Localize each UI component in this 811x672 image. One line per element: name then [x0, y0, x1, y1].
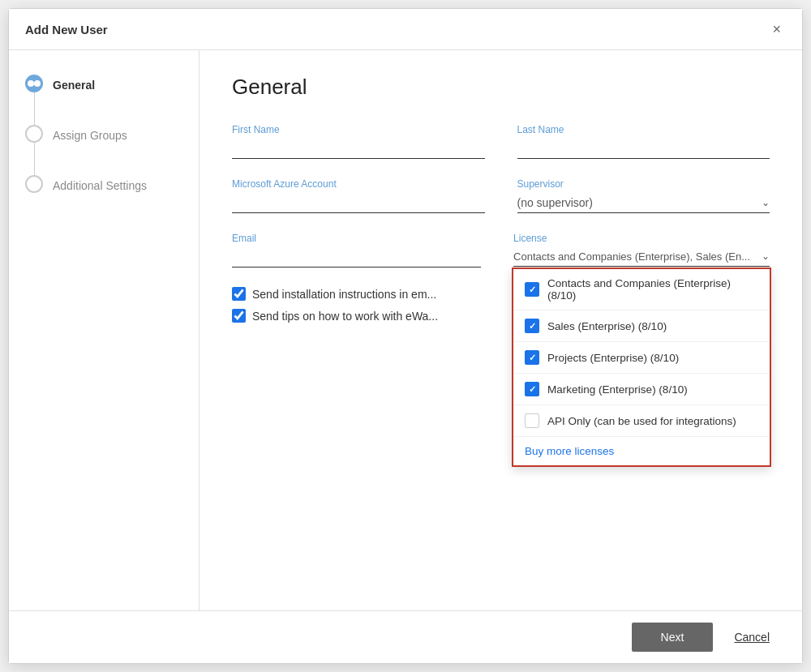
checkbox-tips[interactable] [232, 309, 246, 323]
license-label: License [513, 233, 770, 244]
license-option-2[interactable]: Sales (Enterprise) (8/10) [513, 310, 770, 342]
modal-footer: Next Cancel [9, 610, 802, 663]
license-option-3[interactable]: Projects (Enterprise) (8/10) [513, 342, 770, 374]
email-input[interactable] [232, 247, 481, 268]
steps-container: General Assign Groups Additional Setting… [25, 75, 182, 193]
connector-line-2 [34, 143, 35, 175]
supervisor-select[interactable]: (no supervisor) [517, 193, 770, 213]
license-display[interactable]: Contacts and Companies (Enterprise), Sal… [513, 247, 770, 267]
checkbox-tips-label: Send tips on how to work with eWa... [252, 310, 438, 323]
last-name-label: Last Name [517, 124, 770, 135]
email-label: Email [232, 233, 481, 244]
license-option-1-label: Contacts and Companies (Enterprise) (8/1… [547, 277, 758, 302]
azure-supervisor-row: Microsoft Azure Account Supervisor (no s… [232, 178, 770, 213]
first-name-field: First Name [232, 124, 485, 159]
step-label-general: General [53, 76, 95, 92]
step-connector-additional [25, 175, 43, 193]
last-name-input[interactable] [517, 139, 770, 159]
modal-header: Add New User × [9, 9, 802, 50]
license-option-4[interactable]: Marketing (Enterprise) (8/10) [513, 374, 770, 405]
license-checkbox-5[interactable] [525, 413, 539, 428]
azure-field: Microsoft Azure Account [232, 178, 485, 213]
license-option-2-label: Sales (Enterprise) (8/10) [547, 320, 667, 332]
step-circle-assign [25, 125, 43, 143]
step-label-additional-settings: Additional Settings [53, 177, 147, 192]
modal: Add New User × General [8, 8, 803, 664]
step-circle-additional [25, 175, 43, 193]
connector-line-1 [34, 92, 35, 125]
sidebar-item-general[interactable]: General [25, 75, 182, 125]
license-checkbox-1[interactable] [525, 282, 539, 297]
sidebar-item-additional-settings[interactable]: Additional Settings [25, 175, 182, 193]
email-license-row: Email License Contacts and Companies (En… [232, 233, 770, 268]
section-title: General [232, 75, 770, 100]
next-button[interactable]: Next [632, 623, 714, 652]
sidebar-item-assign-groups[interactable]: Assign Groups [25, 125, 182, 175]
step-connector-general [25, 75, 43, 125]
cancel-button[interactable]: Cancel [721, 623, 783, 652]
azure-label: Microsoft Azure Account [232, 178, 485, 190]
supervisor-label: Supervisor [517, 178, 770, 190]
step-circle-general [25, 75, 43, 92]
buy-more-licenses-link[interactable]: Buy more licenses [513, 437, 770, 465]
first-name-input[interactable] [232, 139, 485, 159]
license-dropdown: Contacts and Companies (Enterprise) (8/1… [512, 268, 771, 467]
step-label-assign-groups: Assign Groups [53, 126, 127, 142]
close-button[interactable]: × [767, 20, 786, 38]
modal-body: General Assign Groups Additional Setting… [9, 50, 802, 610]
license-option-5-label: API Only (can be used for integrations) [547, 415, 736, 427]
first-name-label: First Name [232, 124, 485, 135]
name-row: First Name Last Name [232, 124, 770, 159]
last-name-field: Last Name [517, 124, 770, 159]
azure-input[interactable] [232, 193, 485, 213]
license-option-3-label: Projects (Enterprise) (8/10) [547, 352, 679, 364]
license-option-1[interactable]: Contacts and Companies (Enterprise) (8/1… [513, 269, 770, 310]
license-option-4-label: Marketing (Enterprise) (8/10) [547, 383, 688, 396]
main-content: General First Name Last Name Microsoft A… [200, 50, 802, 610]
step-connector-assign [25, 125, 43, 175]
license-checkbox-4[interactable] [525, 382, 539, 396]
checkbox-installation[interactable] [232, 287, 246, 301]
sidebar: General Assign Groups Additional Setting… [9, 50, 200, 610]
license-checkbox-3[interactable] [525, 350, 539, 365]
email-field-container: Email [232, 233, 481, 268]
checkbox-installation-label: Send installation instructions in em... [252, 288, 436, 301]
license-field-container: License Contacts and Companies (Enterpri… [513, 233, 770, 268]
license-option-5[interactable]: API Only (can be used for integrations) [513, 405, 770, 437]
supervisor-field: Supervisor (no supervisor) ⌄ [517, 178, 770, 213]
license-chevron-icon: ⌄ [762, 250, 770, 262]
modal-title: Add New User [25, 23, 108, 36]
license-checkbox-2[interactable] [525, 319, 539, 333]
